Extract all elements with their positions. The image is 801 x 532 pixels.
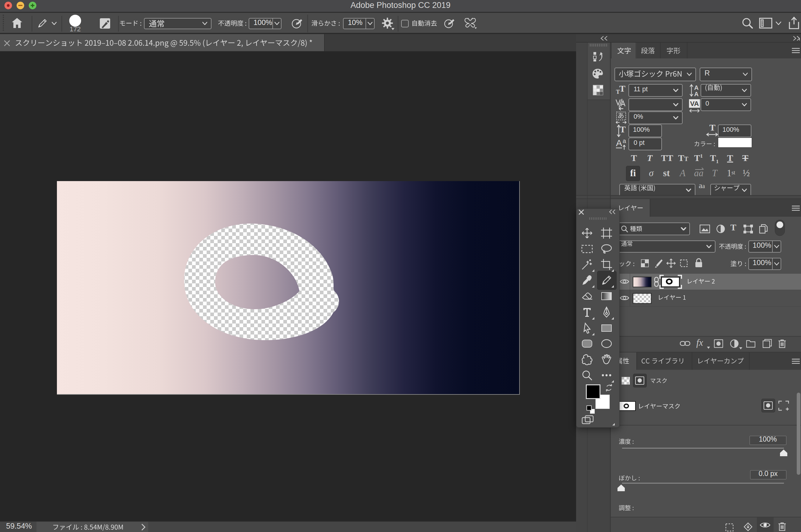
svg-text:A: A — [694, 91, 699, 97]
svg-text:VA: VA — [690, 100, 699, 108]
svg-text:a: a — [623, 137, 626, 144]
svg-text:A: A — [616, 138, 622, 148]
svg-text:A: A — [694, 84, 699, 91]
